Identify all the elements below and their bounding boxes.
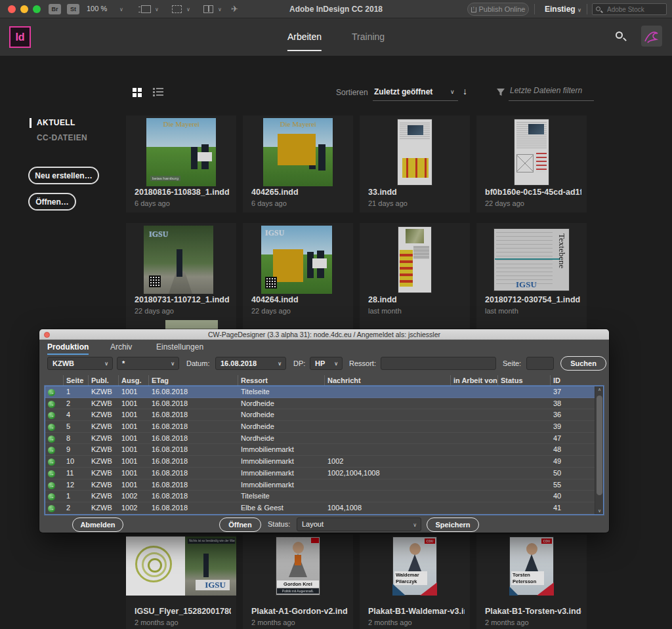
account-avatar[interactable]	[641, 26, 662, 47]
zoom-chevron-icon[interactable]: ∨	[119, 7, 123, 12]
table-row[interactable]: → 11 KZWB 1001 16.08.2018 Immobilienmark…	[45, 468, 595, 479]
file-card[interactable]: 33.indd 21 days ago	[360, 115, 470, 213]
sort-chevron-icon[interactable]: ∨	[450, 89, 455, 95]
column-status[interactable]: Status	[497, 375, 550, 386]
open-page-icon: →	[48, 401, 55, 408]
file-card[interactable]: IGSU 404264.indd 22 days ago	[243, 223, 353, 320]
column-seite[interactable]: Seite	[63, 375, 88, 386]
table-row[interactable]: → 2 KZWB 1001 16.08.2018 Nordheide 38	[45, 398, 595, 410]
zoom-level-value[interactable]: 100 %	[87, 5, 107, 12]
file-card[interactable]: Die Mayerei 404265.indd 6 days ago	[243, 115, 353, 213]
scroll-up-icon[interactable]: ∧	[597, 387, 602, 392]
column-ausg[interactable]: Ausg.	[118, 375, 148, 386]
vertical-scrollbar[interactable]: ∧ ∨	[595, 386, 603, 514]
table-row[interactable]: → 8 KZWB 1001 16.08.2018 Nordheide 47	[45, 433, 595, 445]
tab-einstellungen[interactable]: Einstellungen	[156, 342, 203, 354]
tab-archiv[interactable]: Archiv	[110, 342, 132, 354]
column-nachricht[interactable]: Nachricht	[324, 375, 450, 386]
file-card[interactable]: Nichts ist so beständig wie der Wandel. …	[126, 535, 236, 629]
adobe-stock-search-input[interactable]	[607, 5, 665, 14]
sidebar-item-cc-dateien[interactable]: CC-DATEIEN	[37, 133, 87, 142]
logout-button[interactable]: Abmelden	[72, 517, 123, 532]
view-options-chevron-icon[interactable]: ∨	[155, 7, 159, 12]
column-publ[interactable]: Publ.	[88, 375, 118, 386]
dp-select[interactable]: HP∨	[310, 357, 343, 370]
save-button[interactable]: Speichern	[427, 517, 479, 532]
seite-input[interactable]	[526, 357, 554, 370]
bridge-button[interactable]: Br	[49, 4, 61, 14]
file-card[interactable]: CDU Torsten Petersson Plakat-B1-Torsten-…	[476, 535, 587, 629]
screen-mode-chevron-icon[interactable]: ∨	[186, 7, 190, 12]
igsu-logo: IGSU	[516, 279, 537, 290]
tab-arbeiten[interactable]: Arbeiten	[287, 31, 322, 43]
file-card[interactable]: Textebene IGSU 20180712-030754_1.indd la…	[476, 223, 587, 320]
cell-id: 47	[551, 433, 595, 444]
new-file-button[interactable]: Neu erstellen…	[28, 167, 99, 184]
file-card[interactable]: IGSU 20180731-110712_1.indd 22 days ago	[126, 223, 236, 320]
publish-online-button[interactable]: Publish Online	[467, 3, 529, 16]
dialog-titlebar[interactable]: CW-PageDesigner (3.3 alpha 31): node.4dc…	[39, 329, 609, 340]
open-file-button[interactable]: Öffnen…	[28, 193, 76, 211]
table-row[interactable]: → 1 KZWB 1002 16.08.2018 Titelseite 40	[45, 491, 595, 502]
search-button[interactable]: Suchen	[560, 356, 606, 371]
file-card[interactable]: Die Mayerei betas hamburg 20180816-11083…	[126, 115, 236, 213]
table-row[interactable]: → 2 KZWB 1002 16.08.2018 Elbe & Geest 10…	[45, 502, 595, 514]
stock-button[interactable]: St	[67, 4, 79, 14]
table-row[interactable]: → 4 KZWB 1001 16.08.2018 Nordheide 36	[45, 409, 595, 421]
table-row[interactable]: → 12 KZWB 1001 16.08.2018 Immobilienmark…	[45, 479, 595, 491]
cell-nachricht: 1002,1004,1008	[325, 468, 451, 479]
dialog-title: CW-PageDesigner (3.3 alpha 31): node.4dc…	[39, 331, 609, 338]
sort-dropdown[interactable]: Zuletzt geöffnet	[374, 87, 432, 96]
publication-select[interactable]: KZWB∨	[47, 357, 113, 370]
column-id[interactable]: ID	[550, 375, 604, 386]
date-select[interactable]: 16.08.2018∨	[215, 357, 286, 370]
file-card[interactable]: 28.indd last month	[360, 223, 470, 320]
recent-files-filter-input[interactable]	[510, 86, 593, 95]
column-ressort[interactable]: Ressort	[238, 375, 324, 386]
file-name: bf0b160e-0c15-45cd-ad1f-1…	[485, 188, 581, 197]
table-row[interactable]: → 5 KZWB 1001 16.08.2018 Nordheide 39	[45, 421, 595, 433]
scrollbar-thumb[interactable]	[597, 396, 602, 495]
sidebar-item-aktuell[interactable]: AKTUELL	[37, 118, 75, 127]
view-options-icon[interactable]	[141, 5, 151, 13]
layout-chevron-icon[interactable]: ∨	[218, 7, 222, 12]
cell-id: 36	[551, 409, 595, 420]
share-plane-icon[interactable]: ✈	[231, 4, 238, 14]
table-row[interactable]: → 10 KZWB 1001 16.08.2018 Immobilienmark…	[45, 456, 595, 468]
grid-view-toggle[interactable]	[133, 88, 142, 97]
scroll-down-icon[interactable]: ∨	[597, 508, 602, 514]
minimize-window-button[interactable]	[20, 5, 28, 13]
ressort-input[interactable]	[381, 357, 496, 370]
cell-publ: KZWB	[89, 479, 119, 491]
cell-seite: 8	[64, 433, 89, 444]
workspace-switcher[interactable]: Einstieg ∨	[545, 5, 581, 14]
cell-status	[498, 444, 551, 455]
table-row[interactable]: → 1 KZWB 1001 16.08.2018 Titelseite 37	[45, 386, 595, 398]
textebene-label: Textebene	[556, 233, 567, 268]
table-row[interactable]: → 9 KZWB 1001 16.08.2018 Immobilienmarkt…	[45, 444, 595, 456]
screen-mode-icon[interactable]	[172, 5, 182, 13]
cell-etag: 16.08.2018	[149, 468, 238, 479]
status-select[interactable]: Layout∨	[297, 517, 421, 531]
document-layout-icon[interactable]	[203, 5, 213, 13]
sort-direction-icon[interactable]: ↓	[463, 86, 467, 96]
adobe-stock-search[interactable]	[592, 3, 667, 15]
edition-select[interactable]: *∨	[117, 357, 179, 370]
list-view-toggle[interactable]	[153, 88, 163, 97]
file-card[interactable]: bf0b160e-0c15-45cd-ad1f-1… 22 days ago	[476, 115, 587, 213]
column-in-arbeit-von[interactable]: in Arbeit von	[450, 375, 497, 386]
tab-training[interactable]: Training	[352, 31, 385, 43]
zoom-window-button[interactable]	[33, 5, 41, 13]
column-etag[interactable]: ETag	[148, 375, 238, 386]
file-card[interactable]: Gordon Krei Politik mit Augenmaß. Plakat…	[243, 535, 353, 629]
cell-id: 39	[551, 421, 595, 432]
tab-produktion[interactable]: Produktion	[47, 342, 89, 355]
search-icon[interactable]	[616, 31, 623, 39]
open-page-icon: →	[48, 389, 55, 396]
filter-funnel-icon	[497, 89, 505, 96]
close-window-button[interactable]	[8, 5, 16, 13]
table-body: → 1 KZWB 1001 16.08.2018 Titelseite 37 →…	[45, 386, 604, 515]
file-card[interactable]: CDU Waldemar Pilarczyk Plakat-B1-Waldema…	[360, 535, 470, 629]
dialog-open-button[interactable]: Öffnen	[219, 517, 261, 532]
cell-in-arbeit-von	[451, 444, 498, 455]
